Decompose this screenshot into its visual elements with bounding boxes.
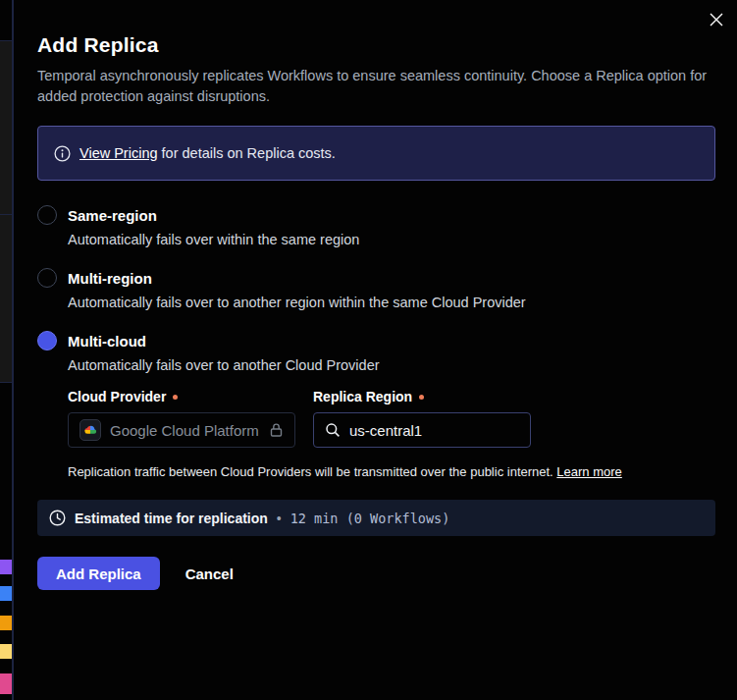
pricing-banner-rest: for details on Replica costs. (158, 145, 336, 161)
required-dot (173, 395, 178, 400)
radio-button-icon[interactable] (37, 205, 57, 225)
option-label: Same-region (68, 207, 157, 224)
info-icon (54, 145, 71, 162)
radio-same-region[interactable]: Same-region (37, 205, 715, 225)
estimate-separator: • (277, 511, 282, 526)
search-icon (325, 422, 341, 438)
add-replica-modal: Add Replica Temporal asynchronously repl… (14, 0, 737, 700)
radio-button-icon[interactable] (37, 268, 57, 288)
add-replica-button[interactable]: Add Replica (37, 557, 160, 590)
multi-cloud-fields: Cloud Provider Replica Region (68, 389, 715, 479)
pricing-banner-text: View Pricing for details on Replica cost… (79, 145, 336, 161)
option-label: Multi-cloud (68, 333, 146, 350)
background-color-bar (0, 673, 12, 694)
option-description: Automatically fails over to another Clou… (68, 357, 715, 373)
view-pricing-link[interactable]: View Pricing (79, 145, 158, 161)
cloud-provider-select[interactable]: Google Cloud Platform (68, 412, 295, 448)
option-same-region: Same-region Automatically fails over wit… (37, 205, 715, 247)
learn-more-link[interactable]: Learn more (556, 464, 621, 479)
background-color-bar (0, 616, 12, 630)
estimated-time-banner: Estimated time for replication • 12 min … (37, 500, 715, 536)
estimate-value: 12 min (0 Workflows) (290, 511, 450, 526)
estimate-label: Estimated time for replication (75, 511, 268, 526)
pricing-info-banner: View Pricing for details on Replica cost… (37, 126, 715, 181)
background-color-bar (0, 644, 12, 659)
required-dot (419, 395, 424, 400)
replica-region-value: us-central1 (349, 422, 422, 439)
modal-actions: Add Replica Cancel (37, 557, 715, 590)
radio-multi-region[interactable]: Multi-region (37, 268, 715, 288)
background-page-sliver (0, 0, 13, 700)
option-multi-region: Multi-region Automatically fails over to… (37, 268, 715, 310)
screen: Add Replica Temporal asynchronously repl… (0, 0, 737, 700)
background-row (0, 41, 12, 214)
option-label: Multi-region (68, 270, 152, 287)
background-row (0, 215, 12, 382)
cloud-provider-value: Google Cloud Platform (110, 422, 260, 439)
gcp-logo-icon (79, 419, 101, 441)
option-multi-cloud: Multi-cloud Automatically fails over to … (37, 331, 715, 479)
replica-region-input[interactable]: us-central1 (313, 412, 531, 448)
modal-description: Temporal asynchronously replicates Workf… (37, 66, 715, 107)
option-description: Automatically fails over to another regi… (68, 295, 715, 310)
replica-option-group: Same-region Automatically fails over wit… (37, 205, 715, 479)
clock-icon (49, 510, 66, 526)
radio-button-icon[interactable] (37, 331, 57, 350)
page-title: Add Replica (37, 33, 715, 57)
replica-region-label: Replica Region (313, 389, 531, 404)
public-internet-note: Replication traffic between Cloud Provid… (68, 464, 715, 479)
option-description: Automatically fails over within the same… (68, 232, 715, 247)
background-color-bar (0, 586, 12, 601)
radio-multi-cloud[interactable]: Multi-cloud (37, 331, 715, 350)
cloud-provider-label: Cloud Provider (68, 389, 295, 404)
background-color-bar (0, 560, 12, 574)
lock-icon (269, 422, 284, 438)
cancel-button[interactable]: Cancel (185, 565, 234, 582)
close-icon[interactable] (707, 10, 726, 29)
